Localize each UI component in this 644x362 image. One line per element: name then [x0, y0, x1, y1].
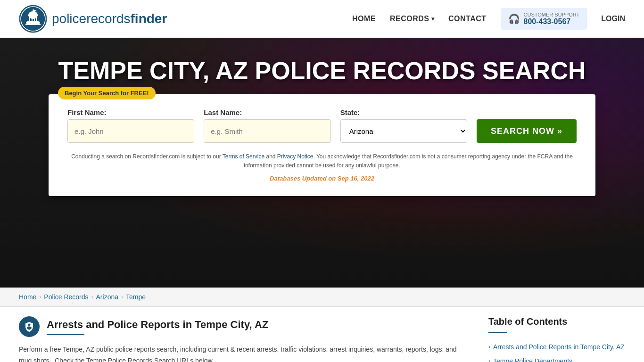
breadcrumb: Home › Police Records › Arizona › Tempe	[19, 293, 625, 301]
customer-support[interactable]: 🎧 CUSTOMER SUPPORT 800-433-0567	[501, 8, 587, 30]
db-updated: Databases Updated on Sep 16, 2022	[67, 175, 577, 182]
last-name-group: Last Name:	[204, 108, 330, 143]
logo-icon	[19, 5, 47, 33]
logo[interactable]: policerecordsfinder	[19, 5, 167, 33]
article-body: Perform a free Tempe, AZ public police r…	[19, 344, 460, 362]
hero-section: TEMPE CITY, AZ POLICE RECORDS SEARCH Beg…	[0, 38, 644, 288]
toc-underline	[488, 332, 507, 333]
logo-text: policerecordsfinder	[52, 11, 167, 26]
nav-records[interactable]: RECORDS ▾	[390, 15, 434, 23]
toc-arrow-icon: ›	[488, 344, 490, 350]
svg-rect-4	[29, 16, 30, 21]
terms-of-service-link[interactable]: Terms of Service	[223, 153, 264, 160]
support-label: CUSTOMER SUPPORT	[524, 12, 580, 17]
content-left: Arrests and Police Reports in Tempe City…	[19, 316, 474, 362]
breadcrumb-arizona[interactable]: Arizona	[96, 293, 118, 301]
svg-rect-10	[33, 9, 34, 13]
nav-login[interactable]: LOGIN	[601, 15, 625, 23]
svg-rect-3	[28, 15, 38, 16]
badge-icon	[19, 316, 40, 337]
header: policerecordsfinder HOME RECORDS ▾ CONTA…	[0, 0, 644, 38]
breadcrumb-current: Tempe	[126, 293, 146, 301]
toc-list: ›Arrests and Police Reports in Tempe Cit…	[488, 340, 625, 362]
search-form-row: First Name: Last Name: State: Arizona Al…	[67, 108, 577, 143]
search-card: Begin Your Search for FREE! First Name: …	[49, 94, 595, 196]
shield-star-icon	[24, 321, 35, 332]
state-group: State: Arizona Alabama Alaska California…	[340, 108, 467, 143]
first-name-group: First Name:	[67, 108, 194, 143]
state-select[interactable]: Arizona Alabama Alaska California Colora…	[340, 119, 467, 143]
toc-link[interactable]: Arrests and Police Reports in Tempe City…	[493, 343, 625, 352]
title-underline	[47, 334, 84, 335]
svg-rect-7	[36, 16, 37, 21]
support-number: 800-433-0567	[524, 17, 580, 26]
headset-icon: 🎧	[508, 13, 520, 25]
state-label: State:	[340, 108, 467, 116]
article-heading: Arrests and Police Reports in Tempe City…	[19, 316, 460, 337]
toc-arrow-icon: ›	[488, 358, 490, 362]
breadcrumb-home[interactable]: Home	[19, 293, 36, 301]
svg-rect-6	[34, 16, 35, 21]
nav-contact[interactable]: CONTACT	[448, 15, 487, 23]
breadcrumb-police-records[interactable]: Police Records	[44, 293, 88, 301]
svg-rect-5	[32, 16, 33, 21]
breadcrumb-sep-1: ›	[39, 294, 41, 300]
toc-link[interactable]: Tempe Police Departments	[493, 357, 572, 362]
svg-rect-13	[25, 24, 41, 25]
breadcrumb-bar: Home › Police Records › Arizona › Tempe	[0, 288, 644, 307]
disclaimer-text: Conducting a search on Recordsfinder.com…	[67, 152, 577, 170]
svg-rect-12	[26, 23, 40, 24]
last-name-label: Last Name:	[204, 108, 330, 116]
last-name-input[interactable]	[204, 119, 330, 143]
article-title: Arrests and Police Reports in Tempe City…	[47, 319, 268, 331]
toc-item: ›Tempe Police Departments	[488, 354, 625, 362]
search-button[interactable]: SEARCH NOW »	[477, 119, 577, 143]
privacy-notice-link[interactable]: Privacy Notice	[277, 153, 314, 160]
first-name-input[interactable]	[67, 119, 194, 143]
toc-title: Table of Contents	[488, 316, 625, 327]
toc-item: ›Arrests and Police Reports in Tempe Cit…	[488, 340, 625, 354]
svg-rect-8	[27, 21, 39, 22]
nav-home[interactable]: HOME	[352, 15, 376, 23]
content-right: Table of Contents ›Arrests and Police Re…	[474, 316, 625, 362]
free-badge: Begin Your Search for FREE!	[58, 87, 156, 99]
breadcrumb-sep-2: ›	[91, 294, 93, 300]
hero-title: TEMPE CITY, AZ POLICE RECORDS SEARCH	[49, 57, 595, 85]
first-name-label: First Name:	[67, 108, 194, 116]
breadcrumb-sep-3: ›	[121, 294, 123, 300]
svg-rect-9	[26, 22, 40, 23]
chevron-down-icon: ▾	[431, 16, 435, 22]
main-nav: HOME RECORDS ▾ CONTACT 🎧 CUSTOMER SUPPOR…	[352, 8, 625, 30]
main-content: Arrests and Police Reports in Tempe City…	[0, 307, 644, 362]
